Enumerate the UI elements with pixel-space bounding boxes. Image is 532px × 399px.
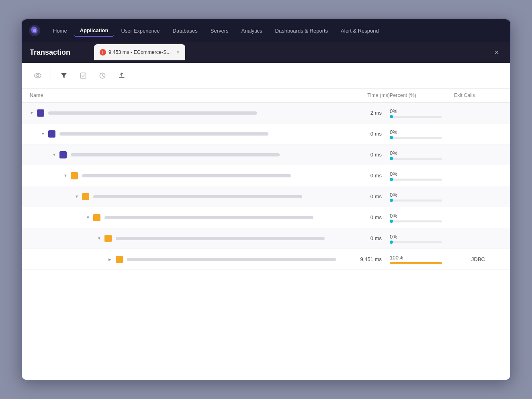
nav-databases[interactable]: Databases	[167, 25, 203, 36]
chevron-icon: ▼	[52, 152, 58, 157]
percent-value: 0%	[390, 234, 454, 240]
percent-value: 0%	[390, 171, 454, 177]
table-row[interactable]: ▼ 0 ms 0%	[22, 165, 510, 186]
panel-close-button[interactable]: ×	[491, 46, 502, 59]
name-cell: ▼	[30, 172, 338, 179]
percent-dot	[390, 220, 393, 223]
percent-cell: 0%	[390, 150, 454, 160]
percent-dot	[390, 136, 393, 139]
chevron-icon: ▼	[86, 215, 92, 220]
nav-servers[interactable]: Servers	[205, 25, 234, 36]
svg-point-1	[33, 29, 36, 32]
percent-bar	[390, 158, 442, 160]
exit-value: JDBC	[454, 256, 502, 262]
percent-value: 0%	[390, 150, 454, 156]
percent-dot	[390, 241, 393, 244]
time-value: 0 ms	[338, 173, 390, 179]
name-bar	[104, 216, 313, 219]
percent-bar	[390, 137, 442, 139]
color-indicator	[48, 130, 55, 138]
col-time: Time (ms)	[338, 93, 390, 98]
name-cell: ▼	[30, 214, 338, 221]
name-cell: ▼	[30, 109, 338, 117]
transaction-table: Name Time (ms) Percent (%) Exit Calls ▼ …	[22, 88, 510, 380]
col-name: Name	[30, 93, 338, 98]
transaction-panel: Transaction ! 9,453 ms - ECommerce-S... …	[22, 42, 510, 380]
name-bar	[48, 111, 257, 115]
time-value: 0 ms	[338, 193, 390, 200]
time-value: 0 ms	[338, 235, 390, 241]
nav-analytics[interactable]: Analytics	[236, 25, 268, 36]
percent-value: 0%	[390, 213, 454, 219]
color-indicator	[37, 109, 44, 117]
svg-point-2	[35, 73, 41, 78]
chevron-icon: ▼	[97, 236, 103, 241]
color-indicator	[82, 193, 89, 200]
percent-value: 0%	[390, 129, 454, 135]
table-row[interactable]: ▼ 0 ms 0%	[22, 207, 510, 228]
chevron-icon: ▼	[63, 173, 69, 178]
table-row[interactable]: ▼ 0 ms 0%	[22, 144, 510, 165]
nav-user-experience[interactable]: User Experience	[115, 25, 165, 36]
percent-bar	[390, 262, 442, 264]
color-indicator	[104, 235, 112, 242]
percent-dot	[390, 115, 393, 118]
percent-bar	[390, 200, 442, 202]
time-value: 0 ms	[338, 152, 390, 158]
check-button[interactable]	[75, 68, 91, 84]
time-value: 9,451 ms	[338, 256, 390, 262]
tab-error-icon: !	[100, 49, 106, 56]
history-button[interactable]	[94, 68, 110, 84]
transaction-tab[interactable]: ! 9,453 ms - ECommerce-S... ×	[94, 44, 185, 60]
nav-alert[interactable]: Alert & Respond	[335, 25, 385, 36]
percent-cell: 0%	[390, 213, 454, 222]
svg-rect-6	[119, 77, 124, 78]
transaction-header: Transaction ! 9,453 ms - ECommerce-S... …	[22, 42, 510, 63]
name-cell: ▶	[30, 256, 338, 263]
name-cell: ▼	[30, 193, 338, 200]
transaction-title: Transaction	[30, 48, 86, 57]
svg-rect-4	[80, 73, 86, 78]
percent-bar	[390, 241, 442, 243]
tab-bar: ! 9,453 ms - ECommerce-S... ×	[94, 44, 491, 60]
chevron-icon: ▼	[75, 194, 80, 199]
color-indicator	[59, 151, 67, 158]
name-bar	[71, 153, 280, 156]
percent-cell: 100%	[390, 255, 454, 264]
eye-button[interactable]	[30, 68, 46, 84]
app-frame: Home Application User Experience Databas…	[21, 19, 511, 380]
name-cell: ▼	[30, 130, 338, 138]
toolbar-divider-1	[51, 69, 51, 82]
table-row[interactable]: ▼ 0 ms 0%	[22, 123, 510, 144]
percent-dot	[390, 157, 393, 160]
top-nav: Home Application User Experience Databas…	[22, 19, 510, 42]
app-logo	[28, 24, 41, 37]
nav-application[interactable]: Application	[74, 25, 114, 37]
table-row[interactable]: ▼ 0 ms 0%	[22, 228, 510, 249]
svg-point-3	[37, 74, 39, 77]
name-cell: ▼	[30, 151, 338, 158]
percent-value: 0%	[390, 192, 454, 198]
col-exit: Exit Calls	[454, 93, 502, 98]
color-indicator	[71, 172, 78, 179]
table-row[interactable]: ▼ 2 ms 0%	[22, 103, 510, 123]
export-button[interactable]	[114, 68, 130, 84]
name-bar	[116, 237, 325, 240]
percent-cell: 0%	[390, 171, 454, 181]
nav-home[interactable]: Home	[47, 25, 73, 36]
toolbar	[22, 63, 510, 88]
table-row[interactable]: ▶ 9,451 ms 100% JDBC	[22, 249, 510, 270]
table-header: Name Time (ms) Percent (%) Exit Calls	[22, 88, 510, 103]
percent-cell: 0%	[390, 234, 454, 243]
percent-bar	[390, 220, 442, 222]
percent-fill	[390, 262, 442, 264]
filter-button[interactable]	[56, 68, 72, 84]
percent-bar	[390, 116, 442, 118]
table-row[interactable]: ▼ 0 ms 0%	[22, 186, 510, 207]
name-bar	[127, 258, 336, 261]
nav-dashboards[interactable]: Dashboards & Reports	[270, 25, 334, 36]
name-cell: ▼	[30, 235, 338, 242]
percent-cell: 0%	[390, 108, 454, 118]
tab-close-button[interactable]: ×	[176, 49, 180, 56]
time-value: 2 ms	[338, 110, 390, 116]
